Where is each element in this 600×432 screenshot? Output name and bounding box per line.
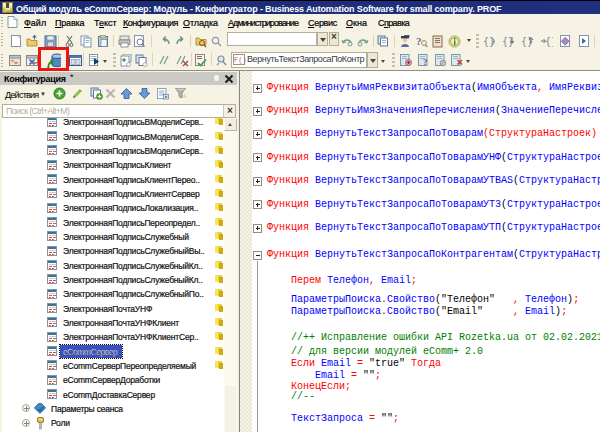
svg-text:?: ?	[423, 57, 428, 67]
svg-text:?: ?	[416, 35, 422, 47]
svg-text:{}: {}	[545, 36, 553, 47]
svg-text:{}: {}	[483, 36, 495, 47]
